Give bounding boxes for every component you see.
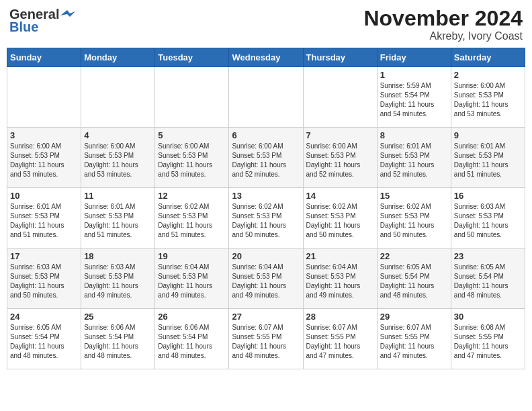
calendar-cell: [7, 67, 81, 128]
day-number: 26: [158, 312, 226, 322]
calendar-cell: 12Sunrise: 6:02 AM Sunset: 5:53 PM Dayli…: [155, 188, 229, 248]
day-info: Sunrise: 6:05 AM Sunset: 5:54 PM Dayligh…: [454, 263, 522, 300]
day-number: 1: [380, 70, 448, 80]
day-number: 2: [454, 70, 522, 80]
day-info: Sunrise: 6:01 AM Sunset: 5:53 PM Dayligh…: [454, 142, 522, 179]
day-number: 30: [454, 312, 522, 322]
calendar-header: SundayMondayTuesdayWednesdayThursdayFrid…: [7, 48, 525, 67]
day-info: Sunrise: 6:07 AM Sunset: 5:55 PM Dayligh…: [306, 323, 374, 361]
calendar-cell: 10Sunrise: 6:01 AM Sunset: 5:53 PM Dayli…: [7, 188, 81, 248]
day-info: Sunrise: 6:04 AM Sunset: 5:53 PM Dayligh…: [158, 263, 226, 300]
day-info: Sunrise: 6:00 AM Sunset: 5:53 PM Dayligh…: [10, 142, 78, 179]
day-number: 25: [84, 312, 152, 322]
header-monday: Monday: [81, 48, 155, 67]
day-info: Sunrise: 6:01 AM Sunset: 5:53 PM Dayligh…: [380, 142, 448, 179]
day-number: 13: [232, 191, 300, 201]
day-info: Sunrise: 6:07 AM Sunset: 5:55 PM Dayligh…: [380, 323, 448, 361]
calendar-cell: 26Sunrise: 6:06 AM Sunset: 5:54 PM Dayli…: [155, 309, 229, 369]
day-number: 18: [84, 251, 152, 261]
calendar-cell: 7Sunrise: 6:00 AM Sunset: 5:53 PM Daylig…: [303, 128, 377, 188]
day-number: 12: [158, 191, 226, 201]
day-number: 11: [84, 191, 152, 201]
header-wednesday: Wednesday: [229, 48, 303, 67]
week-row-3: 17Sunrise: 6:03 AM Sunset: 5:53 PM Dayli…: [7, 248, 525, 309]
header-tuesday: Tuesday: [155, 48, 229, 67]
calendar-cell: 1Sunrise: 5:59 AM Sunset: 5:54 PM Daylig…: [377, 67, 451, 128]
day-number: 10: [10, 191, 78, 201]
calendar-table: SundayMondayTuesdayWednesdayThursdayFrid…: [7, 48, 525, 369]
calendar-body: 1Sunrise: 5:59 AM Sunset: 5:54 PM Daylig…: [7, 67, 525, 369]
day-info: Sunrise: 6:01 AM Sunset: 5:53 PM Dayligh…: [10, 202, 78, 240]
calendar-cell: [229, 67, 303, 128]
day-number: 8: [380, 130, 448, 140]
day-info: Sunrise: 6:00 AM Sunset: 5:53 PM Dayligh…: [306, 142, 374, 179]
logo-blue-text: Blue: [9, 19, 38, 35]
calendar-cell: 22Sunrise: 6:05 AM Sunset: 5:54 PM Dayli…: [377, 248, 451, 309]
day-number: 16: [454, 191, 522, 201]
day-number: 20: [232, 251, 300, 261]
calendar-cell: 9Sunrise: 6:01 AM Sunset: 5:53 PM Daylig…: [451, 128, 525, 188]
day-info: Sunrise: 6:00 AM Sunset: 5:53 PM Dayligh…: [84, 142, 152, 179]
calendar-cell: 21Sunrise: 6:04 AM Sunset: 5:53 PM Dayli…: [303, 248, 377, 309]
calendar-cell: 13Sunrise: 6:02 AM Sunset: 5:53 PM Dayli…: [229, 188, 303, 248]
day-info: Sunrise: 6:02 AM Sunset: 5:53 PM Dayligh…: [158, 202, 226, 240]
calendar-cell: 16Sunrise: 6:03 AM Sunset: 5:53 PM Dayli…: [451, 188, 525, 248]
day-number: 29: [380, 312, 448, 322]
calendar-cell: [303, 67, 377, 128]
calendar-cell: [81, 67, 155, 128]
calendar-cell: 4Sunrise: 6:00 AM Sunset: 5:53 PM Daylig…: [81, 128, 155, 188]
logo: General Blue: [9, 7, 75, 35]
calendar-cell: 15Sunrise: 6:02 AM Sunset: 5:53 PM Dayli…: [377, 188, 451, 248]
day-number: 23: [454, 251, 522, 261]
day-number: 9: [454, 130, 522, 140]
day-info: Sunrise: 6:02 AM Sunset: 5:53 PM Dayligh…: [306, 202, 374, 240]
day-number: 19: [158, 251, 226, 261]
calendar-cell: 27Sunrise: 6:07 AM Sunset: 5:55 PM Dayli…: [229, 309, 303, 369]
day-number: 24: [10, 312, 78, 322]
header-friday: Friday: [377, 48, 451, 67]
calendar-cell: 29Sunrise: 6:07 AM Sunset: 5:55 PM Dayli…: [377, 309, 451, 369]
day-number: 4: [84, 130, 152, 140]
calendar-cell: 23Sunrise: 6:05 AM Sunset: 5:54 PM Dayli…: [451, 248, 525, 309]
calendar-cell: 14Sunrise: 6:02 AM Sunset: 5:53 PM Dayli…: [303, 188, 377, 248]
calendar-cell: 28Sunrise: 6:07 AM Sunset: 5:55 PM Dayli…: [303, 309, 377, 369]
week-row-1: 3Sunrise: 6:00 AM Sunset: 5:53 PM Daylig…: [7, 128, 525, 188]
calendar-cell: 5Sunrise: 6:00 AM Sunset: 5:53 PM Daylig…: [155, 128, 229, 188]
day-info: Sunrise: 6:03 AM Sunset: 5:53 PM Dayligh…: [10, 263, 78, 300]
day-info: Sunrise: 6:05 AM Sunset: 5:54 PM Dayligh…: [380, 263, 448, 300]
day-info: Sunrise: 6:05 AM Sunset: 5:54 PM Dayligh…: [10, 323, 78, 361]
calendar-cell: 30Sunrise: 6:08 AM Sunset: 5:55 PM Dayli…: [451, 309, 525, 369]
week-row-2: 10Sunrise: 6:01 AM Sunset: 5:53 PM Dayli…: [7, 188, 525, 248]
calendar-cell: 8Sunrise: 6:01 AM Sunset: 5:53 PM Daylig…: [377, 128, 451, 188]
day-info: Sunrise: 6:02 AM Sunset: 5:53 PM Dayligh…: [232, 202, 300, 240]
header-sunday: Sunday: [7, 48, 81, 67]
day-number: 7: [306, 130, 374, 140]
day-info: Sunrise: 6:08 AM Sunset: 5:55 PM Dayligh…: [454, 323, 522, 361]
day-number: 27: [232, 312, 300, 322]
calendar-cell: 11Sunrise: 6:01 AM Sunset: 5:53 PM Dayli…: [81, 188, 155, 248]
day-info: Sunrise: 6:00 AM Sunset: 5:53 PM Dayligh…: [454, 81, 522, 119]
day-number: 6: [232, 130, 300, 140]
calendar-cell: 17Sunrise: 6:03 AM Sunset: 5:53 PM Dayli…: [7, 248, 81, 309]
day-number: 5: [158, 130, 226, 140]
day-info: Sunrise: 6:03 AM Sunset: 5:53 PM Dayligh…: [454, 202, 522, 240]
day-info: Sunrise: 6:00 AM Sunset: 5:53 PM Dayligh…: [232, 142, 300, 179]
calendar-cell: 24Sunrise: 6:05 AM Sunset: 5:54 PM Dayli…: [7, 309, 81, 369]
day-info: Sunrise: 6:04 AM Sunset: 5:53 PM Dayligh…: [306, 263, 374, 300]
page-title: November 2024: [363, 7, 523, 30]
calendar-cell: 3Sunrise: 6:00 AM Sunset: 5:53 PM Daylig…: [7, 128, 81, 188]
calendar-cell: [155, 67, 229, 128]
day-info: Sunrise: 6:04 AM Sunset: 5:53 PM Dayligh…: [232, 263, 300, 300]
day-info: Sunrise: 6:00 AM Sunset: 5:53 PM Dayligh…: [158, 142, 226, 179]
day-number: 14: [306, 191, 374, 201]
week-row-4: 24Sunrise: 6:05 AM Sunset: 5:54 PM Dayli…: [7, 309, 525, 369]
calendar-cell: 6Sunrise: 6:00 AM Sunset: 5:53 PM Daylig…: [229, 128, 303, 188]
day-info: Sunrise: 6:01 AM Sunset: 5:53 PM Dayligh…: [84, 202, 152, 240]
logo-bird-icon: [60, 10, 75, 21]
calendar-cell: 20Sunrise: 6:04 AM Sunset: 5:53 PM Dayli…: [229, 248, 303, 309]
svg-marker-0: [60, 10, 75, 17]
calendar-cell: 25Sunrise: 6:06 AM Sunset: 5:54 PM Dayli…: [81, 309, 155, 369]
calendar-cell: 19Sunrise: 6:04 AM Sunset: 5:53 PM Dayli…: [155, 248, 229, 309]
calendar-cell: 2Sunrise: 6:00 AM Sunset: 5:53 PM Daylig…: [451, 67, 525, 128]
day-number: 3: [10, 130, 78, 140]
